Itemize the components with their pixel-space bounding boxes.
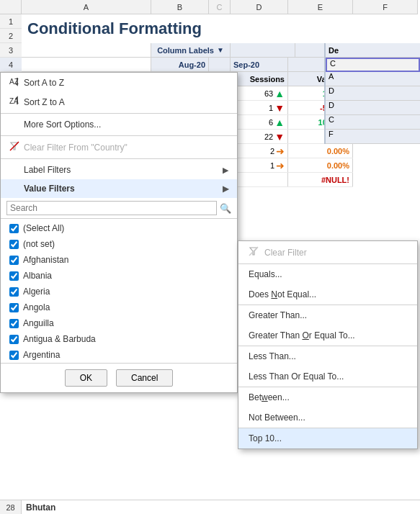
list-item-anguilla[interactable]: Anguilla (1, 315, 237, 331)
right-panel-row-6: F (326, 130, 420, 144)
submenu-clear-filter-icon (249, 246, 259, 258)
submenu-clear-filter[interactable]: Clear Filter (238, 241, 417, 263)
bottom-row: 28 Bhutan (0, 500, 420, 514)
col-B-header: B (151, 0, 209, 14)
submenu-greater-than-equal[interactable]: Greater Than Or Equal To... (238, 325, 417, 346)
cancel-button[interactable]: Cancel (116, 369, 173, 387)
r3-B: Column Labels ▼ (151, 43, 231, 57)
value-filters-label: Value Filters (24, 184, 75, 194)
search-icon: 🔍 (220, 203, 231, 214)
list-item-antigua[interactable]: Antigua & Barbuda (1, 331, 237, 347)
submenu-top-10[interactable]: Top 10... (238, 428, 417, 448)
checkbox-anguilla[interactable] (9, 319, 19, 328)
separator-2 (1, 135, 237, 136)
r7-D: 1 ▼ (231, 101, 288, 114)
checkbox-antigua[interactable] (9, 335, 19, 344)
r8-D: 6 ▲ (231, 115, 288, 129)
list-item-not-set[interactable]: (not set) (1, 236, 237, 252)
sort-az-icon: AZ (9, 76, 19, 89)
value-filters-arrow: ▶ (223, 184, 228, 194)
r11-D: 1 ➜ (231, 158, 288, 172)
corner-cell (0, 0, 22, 14)
title-area: Conditional Formatting (22, 14, 207, 43)
submenu-between-label: Between... (249, 392, 290, 402)
r9-D: 22 ▼ (231, 130, 288, 143)
col-F-header: F (353, 0, 418, 14)
row-28-cell: Bhutan (22, 502, 60, 513)
submenu-does-not-equal-label: Does Not Equal... (249, 289, 316, 299)
separator-1 (1, 113, 237, 114)
checkbox-angola[interactable] (9, 303, 19, 312)
right-panel-row-4: D (326, 101, 420, 115)
submenu-less-than-equal[interactable]: Less Than Or Equal To... (238, 366, 417, 387)
pivot-row-3: Column Labels ▼ (22, 43, 360, 58)
list-item-albania[interactable]: Albania (1, 268, 237, 284)
right-panel-row-5: C (326, 115, 420, 130)
filter-dropdown: AZ Sort A to Z ZA Sort Z to A More Sort … (0, 72, 238, 393)
right-panel-row-3: D (326, 86, 420, 101)
r5-D: Sessions (231, 72, 288, 86)
submenu-greater-than-equal-label: Greater Than Or Equal To... (249, 330, 355, 341)
sort-za-icon: ZA (9, 96, 19, 108)
right-panel-row-1: C (326, 58, 420, 72)
right-panel-header: De (326, 43, 420, 58)
submenu-does-not-equal[interactable]: Does Not Equal... (238, 284, 417, 305)
filter-buttons: OK Cancel (1, 363, 237, 392)
clear-filter-item[interactable]: Clear Filter From "Country" (1, 137, 237, 157)
submenu-greater-than[interactable]: Greater Than... (238, 305, 417, 325)
checkbox-not-set[interactable] (9, 240, 19, 249)
r11-E: 0.00% (288, 158, 353, 172)
checkbox-select-all[interactable] (9, 224, 19, 233)
col-labels-dropdown-icon[interactable]: ▼ (217, 46, 224, 54)
ok-button[interactable]: OK (65, 369, 107, 387)
label-filters-arrow: ▶ (223, 166, 228, 175)
separator-3 (1, 158, 237, 159)
r4-B: Aug-20 (151, 58, 209, 71)
pivot-row-4: Aug-20 Sep-20 (22, 58, 353, 72)
col-E-header: E (288, 0, 353, 14)
sort-a-z-item[interactable]: AZ Sort A to Z (1, 73, 237, 92)
submenu-between[interactable]: Between... (238, 387, 417, 407)
list-item-algeria[interactable]: Algeria (1, 284, 237, 299)
submenu-not-between-label: Not Between... (249, 412, 305, 423)
right-panel: De C A D D C F (324, 43, 420, 144)
filter-list[interactable]: (Select All) (not set) Afghanistan Alban… (1, 219, 237, 363)
checkbox-afghanistan[interactable] (9, 256, 19, 265)
list-item-argentina[interactable]: Argentina (1, 347, 237, 363)
list-item-angola[interactable]: Angola (1, 299, 237, 315)
clear-filter-label: Clear Filter From "Country" (24, 143, 128, 153)
more-sort-item[interactable]: More Sort Options... (1, 115, 237, 134)
r3-A (22, 43, 151, 57)
sort-z-a-item[interactable]: ZA Sort Z to A (1, 92, 237, 112)
r12-D (231, 173, 288, 186)
r12-E: #NULL! (288, 173, 353, 186)
submenu-clear-filter-label: Clear Filter (264, 248, 307, 258)
row-2: 2 (0, 29, 22, 43)
submenu-equals[interactable]: Equals... (238, 264, 417, 284)
page-title: Conditional Formatting (22, 17, 207, 41)
submenu-less-than[interactable]: Less Than... (238, 346, 417, 366)
row-1: 1 (0, 14, 22, 29)
search-input[interactable] (6, 201, 217, 215)
list-item-afghanistan[interactable]: Afghanistan (1, 252, 237, 268)
checkbox-albania[interactable] (9, 271, 19, 281)
r4-D: Sep-20 (231, 58, 288, 71)
value-filters-item[interactable]: Value Filters ▶ (1, 179, 237, 198)
list-item-select-all[interactable]: (Select All) (1, 220, 237, 236)
checkbox-algeria[interactable] (9, 287, 19, 297)
col-C-header: C (209, 0, 231, 14)
submenu-equals-label: Equals... (249, 269, 282, 279)
col-A-header: A (22, 0, 151, 14)
r4-A (22, 58, 151, 71)
submenu-not-between[interactable]: Not Between... (238, 407, 417, 428)
more-sort-label: More Sort Options... (24, 120, 101, 130)
submenu-top-10-label: Top 10... (249, 433, 282, 443)
search-row: 🔍 (1, 198, 237, 219)
r6-D: 63 ▲ (231, 86, 288, 100)
r4-C (209, 58, 231, 71)
row-28-number: 28 (0, 500, 22, 515)
checkbox-argentina[interactable] (9, 351, 19, 360)
label-filters-item[interactable]: Label Filters ▶ (1, 161, 237, 179)
clear-filter-icon (9, 141, 19, 153)
label-filters-label: Label Filters (24, 165, 71, 175)
